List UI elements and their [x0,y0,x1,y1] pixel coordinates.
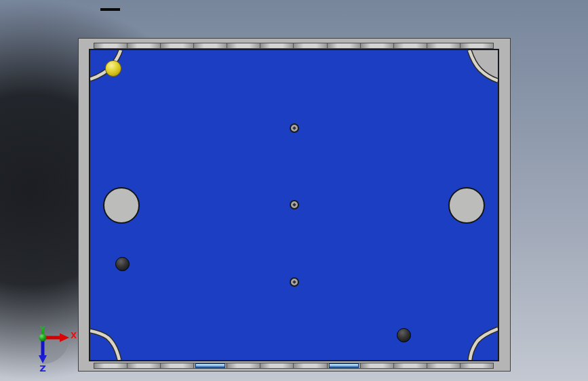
z-axis-label: Z [39,363,45,374]
x-axis-arrow[interactable]: X [43,331,77,342]
rail-segment[interactable] [194,363,227,368]
rail-segment[interactable] [328,43,361,48]
rail-segment[interactable] [394,43,427,48]
rail-segment[interactable] [260,363,294,368]
rail-segment[interactable] [161,43,194,48]
rail-segment[interactable] [128,363,161,368]
yellow-ball[interactable] [105,60,121,77]
rail-segment[interactable] [294,43,327,48]
rail-segment[interactable] [427,43,460,48]
rail-segment[interactable] [427,363,460,368]
rail-segment[interactable] [328,363,361,368]
orientation-triad[interactable]: Y Z X [12,306,88,377]
y-axis-label: Y [39,325,46,334]
bottom-rail-strip [94,363,494,369]
black-ball[interactable] [115,257,130,271]
pocket-hole[interactable] [103,187,140,224]
rail-segment[interactable] [94,43,128,48]
rail-segment[interactable] [128,43,161,48]
rail-segment[interactable] [460,363,493,368]
rail-segment[interactable] [460,43,493,48]
center-peg[interactable] [290,277,299,287]
pocket-hole[interactable] [448,187,485,224]
triad-origin-sphere[interactable] [39,334,47,342]
z-axis-arrow[interactable]: Z [39,338,47,374]
rail-segment[interactable] [361,363,394,368]
cad-viewport: Y Z X [0,0,588,381]
artifact-dash [100,8,120,11]
rail-blue-insert[interactable] [195,363,225,368]
y-axis-arrow[interactable]: Y [39,325,46,338]
rail-segment[interactable] [161,363,194,368]
center-peg[interactable] [290,123,299,133]
corner-rail-bottom-left[interactable] [90,331,119,360]
table-frame[interactable] [78,38,511,372]
playfield[interactable] [90,50,498,360]
rail-segment[interactable] [394,363,427,368]
rail-segment[interactable] [227,43,260,48]
rail-blue-insert[interactable] [329,363,359,368]
black-ball[interactable] [397,328,411,342]
rail-segment[interactable] [94,363,128,368]
triad-quarter-disc [43,338,69,364]
rail-segment[interactable] [260,43,294,48]
rail-segment[interactable] [194,43,227,48]
rail-segment[interactable] [294,363,327,368]
rail-segment[interactable] [361,43,394,48]
rail-segment[interactable] [227,363,260,368]
top-rail-strip [94,43,494,49]
x-axis-label: X [71,331,77,340]
center-peg[interactable] [290,200,299,209]
